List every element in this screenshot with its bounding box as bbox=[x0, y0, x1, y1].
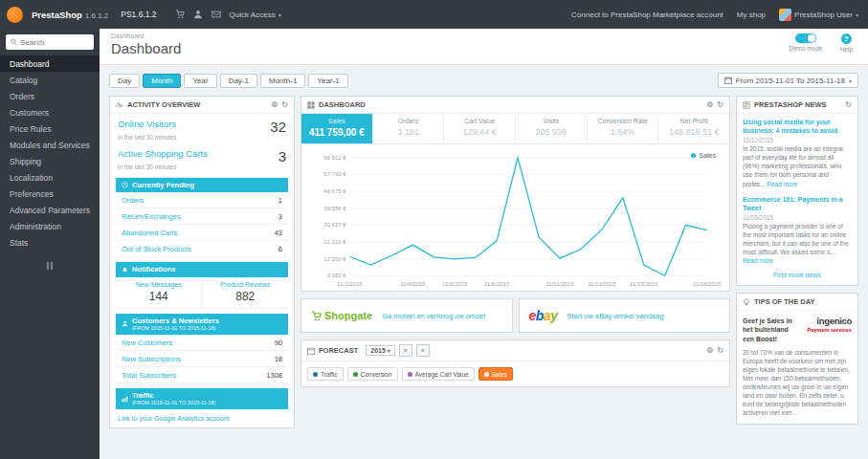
sidebar-item-localization[interactable]: Localization bbox=[0, 169, 100, 186]
sidebar-item-orders[interactable]: Orders bbox=[0, 88, 100, 104]
gear-icon[interactable]: ⚙ bbox=[706, 347, 713, 355]
sidebar-item-dashboard[interactable]: Dashboard bbox=[0, 55, 100, 72]
kpi-sales[interactable]: Sales 411 759,00 € bbox=[301, 114, 373, 143]
sidebar-item-shipping[interactable]: Shipping bbox=[0, 153, 100, 169]
kpi-row: Sales 411 759,00 € Orders 3 181 Cart Val… bbox=[301, 114, 729, 144]
calendar-icon bbox=[307, 347, 315, 355]
customers-row-new-customers[interactable]: New Customers 90 bbox=[116, 335, 288, 351]
shopgate-banner[interactable]: Shopgate Ga mobiel en verhoog uw omzet bbox=[300, 298, 513, 333]
kpi-net-profit[interactable]: Net Profit 148 918,51 € bbox=[658, 114, 729, 143]
customers-icon[interactable] bbox=[193, 10, 203, 19]
svg-text:30 437 €: 30 437 € bbox=[323, 222, 346, 228]
orders-cart-icon[interactable] bbox=[175, 10, 185, 19]
sidebar-item-catalog[interactable]: Catalog bbox=[0, 72, 100, 88]
tips-headline: Geef je Sales in het buitenland een Boos… bbox=[743, 317, 798, 342]
forecast-chip-sales[interactable]: Sales bbox=[479, 367, 513, 381]
online-visitors-label[interactable]: Online Visitors bbox=[118, 119, 176, 129]
news-article-link[interactable]: Ecommerce 101: Payments in a Tweet bbox=[743, 195, 852, 212]
filter-year-1-button[interactable]: Year-1 bbox=[308, 74, 347, 88]
read-more-link[interactable]: Read more bbox=[767, 181, 797, 187]
kpi-conversion-rate[interactable]: Conversion Rate 1.54% bbox=[588, 114, 659, 143]
currently-pending-header: Currently Pending bbox=[116, 178, 288, 192]
customers-row-total-subscribers[interactable]: Total Subscribers 1308 bbox=[116, 367, 288, 383]
pending-row-out-of-stock[interactable]: Out of Stock Products 6 bbox=[116, 241, 288, 257]
prestashop-logo[interactable] bbox=[7, 7, 23, 23]
online-visitors-stat: Online Visitors 32 in the last 30 minute… bbox=[110, 114, 294, 143]
help-control: ? Help bbox=[840, 33, 853, 53]
lightbulb-icon bbox=[743, 298, 750, 306]
calendar-icon bbox=[724, 76, 732, 84]
find-more-news-link[interactable]: Find more news bbox=[737, 268, 857, 285]
activity-overview-header: ACTIVITY OVERVIEW ⚙ ↻ bbox=[110, 97, 294, 114]
sidebar-item-price-rules[interactable]: Price Rules bbox=[0, 120, 100, 137]
sidebar-item-modules[interactable]: Modules and Services bbox=[0, 137, 100, 153]
filter-day-1-button[interactable]: Day-1 bbox=[220, 74, 257, 88]
filter-month-button[interactable]: Month bbox=[143, 74, 181, 88]
dashboard-panel: DASHBOARD ⚙ ↻ Sales 411 759,00 € Orders … bbox=[300, 96, 730, 292]
legend-dot bbox=[408, 372, 412, 377]
shopgate-logo: Shopgate bbox=[311, 310, 372, 321]
gear-icon[interactable]: ⚙ bbox=[706, 101, 713, 109]
sidebar-item-advanced-parameters[interactable]: Advanced Parameters bbox=[0, 202, 100, 218]
forecast-chip-average-cart-value[interactable]: Average Cart Value bbox=[402, 367, 475, 381]
marketplace-connect-link[interactable]: Connect to PrestaShop Marketplace accoun… bbox=[571, 11, 723, 19]
svg-text:11/4/2015: 11/4/2015 bbox=[400, 281, 426, 287]
svg-text:48 675 €: 48 675 € bbox=[323, 188, 346, 194]
pending-row-orders[interactable]: Orders 1 bbox=[116, 192, 288, 208]
news-icon bbox=[743, 101, 750, 109]
brand-version: 1.6.1.2 bbox=[85, 11, 108, 20]
search-input[interactable] bbox=[20, 38, 89, 47]
refresh-icon[interactable]: ↻ bbox=[281, 101, 288, 109]
customers-row-new-subscriptions[interactable]: New Subscriptions 18 bbox=[116, 351, 288, 367]
quick-access-menu[interactable]: Quick Access▾ bbox=[230, 11, 281, 19]
demo-mode-label: Demo mode bbox=[789, 45, 822, 52]
new-messages-cell[interactable]: New Messages 144 bbox=[116, 277, 202, 308]
ebay-link[interactable]: Start uw eBay-winkel vandaag bbox=[567, 312, 663, 320]
refresh-icon[interactable]: ↻ bbox=[845, 101, 852, 109]
forecast-chip-traffic[interactable]: Traffic bbox=[307, 367, 344, 381]
date-range-picker[interactable]: From 2015-11-01 To 2015-11-18 ▾ bbox=[718, 73, 858, 88]
sidebar-item-stats[interactable]: Stats bbox=[0, 234, 100, 251]
product-reviews-cell[interactable]: Product Reviews 882 bbox=[202, 277, 289, 308]
ebay-banner[interactable]: ebay Start uw eBay-winkel vandaag bbox=[519, 298, 731, 333]
filter-month-1-button[interactable]: Month-1 bbox=[260, 74, 305, 88]
pending-row-returns[interactable]: Return/Exchanges 3 bbox=[116, 208, 288, 225]
active-carts-stat: Active Shopping Carts 3 in the last 30 m… bbox=[110, 143, 294, 173]
user-menu[interactable]: PrestaShop User▾ bbox=[779, 9, 858, 21]
news-article-link[interactable]: Using social media for your business: 4 … bbox=[743, 118, 852, 135]
pending-row-abandoned-carts[interactable]: Abandoned Carts 43 bbox=[116, 225, 288, 241]
forecast-panel: FORECAST 2015 ▾ « » ⚙ ↻ Traffic Conver bbox=[300, 339, 730, 387]
bell-icon bbox=[122, 267, 128, 273]
clock-icon bbox=[122, 182, 128, 188]
forecast-chip-conversion[interactable]: Conversion bbox=[347, 367, 398, 381]
messages-icon[interactable] bbox=[211, 10, 221, 19]
sidebar-item-administration[interactable]: Administration bbox=[0, 218, 100, 234]
gear-icon[interactable]: ⚙ bbox=[271, 101, 278, 109]
chevron-down-icon: ▾ bbox=[856, 11, 858, 18]
demo-mode-toggle[interactable] bbox=[795, 33, 816, 43]
filter-year-button[interactable]: Year bbox=[184, 74, 216, 88]
kpi-orders[interactable]: Orders 3 181 bbox=[373, 114, 445, 143]
active-carts-label[interactable]: Active Shopping Carts bbox=[118, 148, 208, 159]
google-analytics-link[interactable]: Link to your Google Analytics account bbox=[118, 415, 230, 422]
next-year-button[interactable]: » bbox=[416, 344, 430, 357]
help-icon[interactable]: ? bbox=[841, 33, 852, 44]
kpi-visits[interactable]: Visits 205 939 bbox=[516, 114, 588, 143]
refresh-icon[interactable]: ↻ bbox=[717, 347, 723, 355]
sidebar-item-preferences[interactable]: Preferences bbox=[0, 186, 100, 202]
my-shop-link[interactable]: My shop bbox=[737, 11, 766, 19]
read-more-link[interactable]: Read more bbox=[743, 257, 773, 264]
online-visitors-value: 32 bbox=[270, 119, 286, 135]
kpi-cart-value[interactable]: Cart Value 129,44 € bbox=[444, 114, 516, 143]
svg-text:66 912 €: 66 912 € bbox=[323, 155, 346, 161]
main-content: Dashboard Dashboard Demo mode ? Help Day… bbox=[100, 29, 868, 459]
brand: PrestaShop1.6.1.2 bbox=[32, 10, 108, 20]
previous-year-button[interactable]: « bbox=[399, 344, 412, 357]
shopgate-link[interactable]: Ga mobiel en verhoog uw omzet bbox=[382, 312, 485, 320]
forecast-year-select[interactable]: 2015 ▾ bbox=[366, 345, 395, 356]
filter-day-button[interactable]: Day bbox=[109, 74, 140, 88]
collapse-menu-button[interactable] bbox=[0, 262, 100, 270]
sidebar-item-customers[interactable]: Customers bbox=[0, 104, 100, 120]
ebay-logo: ebay bbox=[529, 308, 558, 323]
refresh-icon[interactable]: ↻ bbox=[717, 101, 723, 109]
